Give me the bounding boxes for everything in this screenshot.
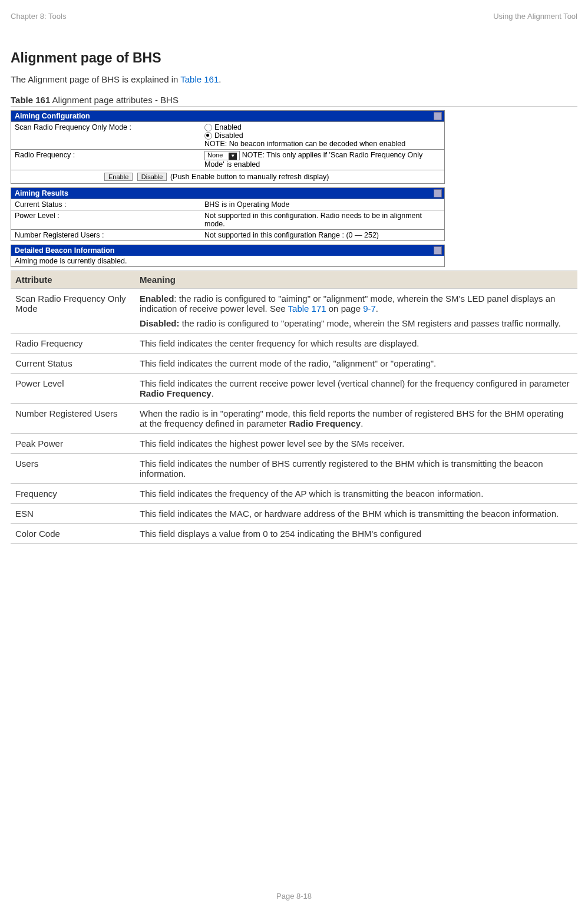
radio-enabled[interactable] [204,124,212,131]
collapse-icon[interactable] [434,246,442,255]
aiming-config-panel: Aiming Configuration Scan Radio Frequenc… [11,110,445,184]
beacon-title-text: Detailed Beacon Information [15,246,114,255]
enable-button[interactable]: Enable [104,173,133,181]
attr-meaning: This field indicates the frequency of th… [135,483,577,503]
disable-button[interactable]: Disable [137,173,167,181]
intro-pre: The Alignment page of BHS is explained i… [11,74,180,84]
enable-row: Enable Disable (Push Enable button to ma… [11,170,444,183]
radio-freq-select[interactable]: None [204,151,240,160]
attr-name: Radio Frequency [11,333,135,353]
text: . [361,418,363,428]
attr-meaning: When the radio is in "operating" mode, t… [135,403,577,433]
table-caption-rest: Alignment page attributes - BHS [50,95,179,105]
aiming-results-title: Aiming Results [11,188,444,199]
beacon-panel: Detailed Beacon Information Aiming mode … [11,245,445,267]
radio-enabled-label: Enabled [214,123,242,131]
page-header: Chapter 8: Tools Using the Alignment Too… [11,12,577,21]
attr-meaning: This field indicates the highest power l… [135,433,577,453]
link-9-7[interactable]: 9-7 [363,304,376,314]
attr-header-1: Attribute [11,271,135,288]
attr-name: Peak Power [11,433,135,453]
table-row: Color Code This field displays a value f… [11,523,577,543]
intro-link[interactable]: Table 161 [180,74,219,84]
scan-mode-label: Scan Radio Frequency Only Mode : [11,122,201,150]
header-right: Using the Alignment Tool [493,12,577,21]
table-row: Peak Power This field indicates the high… [11,433,577,453]
table-row: Number Registered Users When the radio i… [11,403,577,433]
collapse-icon[interactable] [434,189,442,197]
table-row: Scan Radio Frequency Only Mode Enabled: … [11,288,577,333]
attributes-table: Attribute Meaning Scan Radio Frequency O… [11,271,577,544]
attr-name: Power Level [11,373,135,403]
enable-note: (Push Enable button to manually refresh … [170,173,329,181]
table-row: Users This field indicates the number of… [11,453,577,483]
text: the radio is configured to "operating" m… [180,318,561,328]
header-left: Chapter 8: Tools [11,12,66,21]
radio-disabled-label: Disabled [214,131,243,140]
radio-disabled[interactable] [204,132,212,140]
bold-radio-freq: Radio Frequency [289,418,361,428]
results-value-2: Not supported in this configuration Rang… [201,229,444,240]
bold-radio-freq: Radio Frequency [140,388,212,398]
results-value-0: BHS is in Operating Mode [201,199,444,210]
aiming-config-title-text: Aiming Configuration [15,112,90,120]
beacon-note: Aiming mode is currently disabled. [11,256,444,266]
radio-freq-label: Radio Frequency : [11,150,201,170]
attr-name: Number Registered Users [11,403,135,433]
page-footer: Page 8-18 [0,892,588,900]
aiming-results-panel: Aiming Results Current Status : BHS is i… [11,187,445,241]
bold-enabled: Enabled [140,293,174,304]
attr-name: Users [11,453,135,483]
text: . [376,304,378,314]
attr-header-2: Meaning [135,271,577,288]
attr-meaning: This field displays a value from 0 to 25… [135,523,577,543]
radio-freq-value: None NOTE: This only applies if 'Scan Ra… [201,150,444,170]
aiming-config-title: Aiming Configuration [11,111,444,121]
results-label-2: Number Registered Users : [11,229,201,240]
beacon-title: Detailed Beacon Information [11,245,444,256]
chevron-down-icon [229,153,237,160]
table-row: Frequency This field indicates the frequ… [11,483,577,503]
results-value-1: Not supported in this configuration. Rad… [201,210,444,229]
intro-text: The Alignment page of BHS is explained i… [11,74,577,84]
intro-post: . [219,74,221,84]
attr-name: Current Status [11,353,135,373]
results-label-1: Power Level : [11,210,201,229]
table-caption-bold: Table 161 [11,95,50,105]
table-row: Radio Frequency This field indicates the… [11,333,577,353]
attr-meaning: This field indicates the center frequenc… [135,333,577,353]
results-label-0: Current Status : [11,199,201,210]
link-table171[interactable]: Table 171 [288,304,326,314]
table-row: ESN This field indicates the MAC, or har… [11,503,577,523]
attr-meaning: This field indicates the MAC, or hardwar… [135,503,577,523]
bold-disabled: Disabled: [140,318,180,328]
attr-meaning: Enabled: the radio is configured to "aim… [135,288,577,333]
attr-name: ESN [11,503,135,523]
text: . [212,388,214,398]
table-row: Power Level This field indicates the cur… [11,373,577,403]
aiming-results-title-text: Aiming Results [15,189,68,197]
attr-meaning: This field indicates the current mode of… [135,353,577,373]
radio-freq-select-value: None [207,151,223,159]
section-title: Alignment page of BHS [11,50,577,66]
table-caption: Table 161 Alignment page attributes - BH… [11,95,577,107]
scan-mode-note: NOTE: No beacon information can be decod… [204,140,441,148]
attr-name: Frequency [11,483,135,503]
attr-meaning: This field indicates the number of BHS c… [135,453,577,483]
scan-mode-value: Enabled Disabled NOTE: No beacon informa… [201,122,444,150]
text: on page [326,304,364,314]
text: This field indicates the current receive… [140,378,570,388]
collapse-icon[interactable] [434,112,442,120]
table-row: Current Status This field indicates the … [11,353,577,373]
attr-name: Color Code [11,523,135,543]
attr-meaning: This field indicates the current receive… [135,373,577,403]
attr-name: Scan Radio Frequency Only Mode [11,288,135,333]
